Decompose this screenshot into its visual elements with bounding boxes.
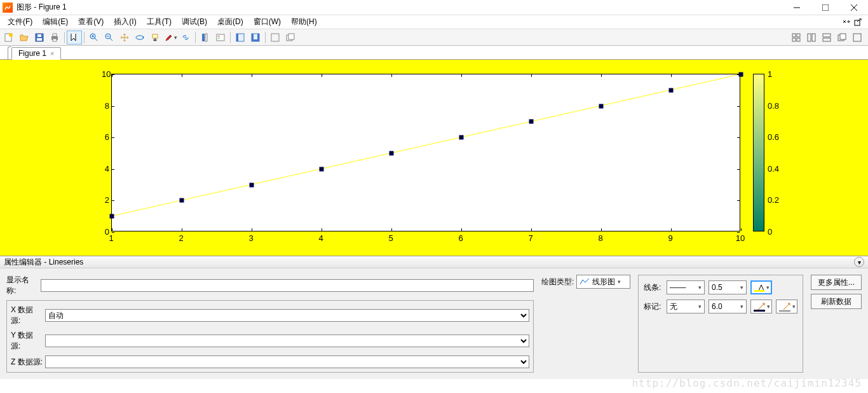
tab-label: Figure 1	[18, 49, 46, 58]
zoom-in-icon[interactable]	[86, 31, 102, 45]
more-properties-button[interactable]: 更多属性...	[811, 275, 862, 290]
figure-canvas[interactable]: 12345678910024681000.20.40.60.81	[0, 60, 868, 256]
tile-icon[interactable]	[268, 31, 283, 45]
colorbar-tick-label: 0.2	[768, 195, 779, 205]
z-datasource-select[interactable]	[45, 355, 529, 368]
svg-rect-38	[792, 34, 796, 37]
layout-float-icon[interactable]	[834, 31, 850, 45]
menu-help[interactable]: 帮助(H)	[286, 17, 322, 27]
colorbar[interactable]	[753, 74, 764, 231]
edit-plot-icon[interactable]	[67, 31, 82, 45]
menu-edit[interactable]: 编辑(E)	[37, 17, 73, 27]
close-button[interactable]	[839, 0, 868, 15]
rotate-3d-icon[interactable]	[132, 31, 147, 45]
brush-icon[interactable]: ▾	[163, 31, 178, 45]
titlebar: 图形 - Figure 1	[0, 0, 868, 15]
marker-edge-color-button[interactable]: ▾	[750, 300, 772, 314]
line-plot-icon	[580, 278, 590, 286]
menubar: 文件(F) 编辑(E) 查看(V) 插入(I) 工具(T) 调试(B) 桌面(D…	[0, 15, 868, 29]
toolbar: ▾	[0, 29, 868, 46]
svg-line-14	[95, 38, 97, 41]
menu-debug[interactable]: 调试(B)	[177, 17, 212, 27]
svg-line-18	[110, 38, 112, 41]
layout-max-icon[interactable]	[850, 31, 865, 45]
svg-rect-9	[37, 34, 41, 37]
svg-line-49	[112, 74, 740, 216]
x-tick-label: 5	[388, 233, 393, 243]
zoom-out-icon[interactable]	[102, 31, 117, 45]
insert-colorbar-icon[interactable]	[198, 31, 213, 45]
svg-rect-45	[823, 38, 831, 41]
data-marker[interactable]	[250, 183, 254, 187]
menu-window[interactable]: 窗口(W)	[248, 17, 286, 27]
property-editor-collapse-icon[interactable]: ▾	[854, 257, 864, 267]
open-icon[interactable]	[17, 31, 32, 45]
data-marker[interactable]	[669, 88, 674, 92]
axes[interactable]	[111, 74, 740, 231]
layout-left-right-icon[interactable]	[804, 31, 819, 45]
menu-insert[interactable]: 插入(I)	[109, 17, 141, 27]
svg-point-20	[136, 36, 144, 39]
figure-tab[interactable]: Figure 1 ×	[11, 47, 61, 60]
layout-top-bottom-icon[interactable]	[819, 31, 834, 45]
data-marker[interactable]	[110, 214, 114, 219]
y-tick-label: 6	[102, 132, 109, 142]
svg-rect-47	[840, 34, 846, 39]
property-editor-body: 显示名称: X 数据源: 自动 Y 数据源: Z 数据源: 绘图类型: 线形图	[0, 268, 868, 379]
tab-close-icon[interactable]: ×	[50, 50, 54, 57]
refresh-data-button[interactable]: 刷新数据	[811, 294, 862, 309]
link-icon[interactable]	[178, 31, 193, 45]
insert-legend-icon[interactable]	[213, 31, 228, 45]
hide-plot-tools-icon[interactable]	[233, 31, 248, 45]
float-icon[interactable]	[283, 31, 298, 45]
data-marker[interactable]	[459, 135, 464, 140]
menu-file[interactable]: 文件(F)	[3, 17, 37, 27]
line-color-button[interactable]: ▾	[750, 280, 772, 294]
marker-face-color-button[interactable]: ▾	[776, 300, 797, 314]
app-icon	[3, 3, 13, 13]
svg-rect-1	[822, 4, 829, 11]
save-icon[interactable]	[32, 31, 47, 45]
show-plot-tools-icon[interactable]	[248, 31, 263, 45]
new-figure-icon[interactable]	[1, 31, 17, 45]
svg-rect-21	[153, 34, 158, 38]
marker-style-select[interactable]: 无▾	[667, 300, 705, 314]
maximize-button[interactable]	[811, 0, 839, 15]
data-marker[interactable]	[599, 104, 604, 108]
dock-arrow-icon[interactable]	[841, 17, 851, 27]
y-tick-label: 10	[102, 69, 109, 79]
watermark: http://blog.csdn.net/caijimin12345	[632, 377, 862, 389]
y-datasource-select[interactable]	[45, 334, 529, 347]
print-icon[interactable]	[47, 31, 62, 45]
data-marker[interactable]	[390, 151, 394, 156]
svg-rect-41	[797, 38, 800, 41]
x-tick-label: 9	[668, 233, 672, 243]
marker-size-select[interactable]: 6.0▾	[709, 300, 747, 314]
svg-rect-40	[792, 38, 796, 41]
y-datasource-label: Y 数据源:	[11, 330, 43, 352]
colorbar-tick-label: 0.8	[768, 100, 779, 110]
display-name-input[interactable]	[41, 279, 534, 292]
line-style-select[interactable]: ───▾	[667, 280, 705, 294]
menu-tools[interactable]: 工具(T)	[142, 17, 177, 27]
colorbar-tick-label: 0	[768, 227, 772, 237]
line-width-select[interactable]: 0.5▾	[709, 280, 747, 294]
data-marker[interactable]	[529, 120, 534, 124]
layout-grid-icon[interactable]	[789, 31, 804, 45]
data-marker[interactable]	[320, 167, 324, 171]
plot-type-select[interactable]: 线形图 ▾	[576, 275, 630, 289]
svg-rect-35	[271, 34, 279, 41]
data-marker[interactable]	[180, 198, 184, 203]
svg-rect-39	[797, 34, 800, 37]
undock-icon[interactable]	[853, 17, 863, 27]
menu-desktop[interactable]: 桌面(D)	[212, 17, 248, 27]
menu-view[interactable]: 查看(V)	[73, 17, 109, 27]
x-datasource-select[interactable]: 自动	[45, 309, 529, 322]
x-tick-label: 1	[109, 233, 113, 243]
svg-point-6	[9, 33, 13, 37]
marker-label: 标记:	[644, 301, 663, 312]
data-cursor-icon[interactable]	[147, 31, 163, 45]
pan-icon[interactable]	[117, 31, 132, 45]
minimize-button[interactable]	[782, 0, 811, 15]
svg-rect-30	[236, 34, 238, 41]
